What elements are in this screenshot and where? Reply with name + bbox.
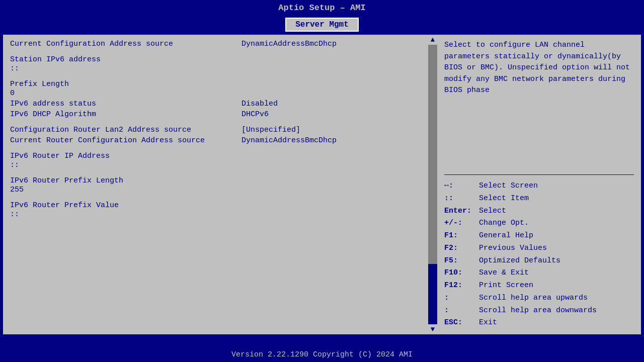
key-row: : Scroll help area downwards xyxy=(444,305,634,317)
list-item: IPv6 DHCP Algorithm DHCPv6 xyxy=(10,110,421,119)
right-panel: Select to configure LAN channel paramete… xyxy=(437,35,641,334)
key-action: Save & Exit xyxy=(479,268,529,277)
list-item: IPv6 Router Prefix Value :: xyxy=(10,201,421,219)
key-action: Previous Values xyxy=(479,244,547,252)
key-row: ↕: Select Item xyxy=(444,193,634,205)
key-row: ESC: Exit xyxy=(444,317,634,329)
scroll-track xyxy=(428,45,437,324)
scroll-thumb[interactable] xyxy=(428,264,437,324)
key-action: Print Screen xyxy=(479,281,533,290)
scrollbar[interactable]: ▲ ▼ xyxy=(428,35,437,334)
list-item: IPv6 Router Prefix Length 255 xyxy=(10,176,421,194)
key-label: ↕: xyxy=(444,193,474,205)
key-row: F1: General Help xyxy=(444,230,634,242)
key-row: F5: Optimized Defaults xyxy=(444,255,634,267)
key-label: F10: xyxy=(444,267,474,280)
nav-bar: Server Mgmt xyxy=(0,16,644,34)
key-row: F12: Print Screen xyxy=(444,280,634,292)
key-action: Exit xyxy=(479,318,497,327)
help-text: Select to configure LAN channel paramete… xyxy=(444,40,634,169)
title-bar: Aptio Setup – AMI xyxy=(0,0,644,16)
key-label: : xyxy=(444,305,474,317)
list-item: Current Router Configuration Address sou… xyxy=(10,136,421,145)
key-row: F10: Save & Exit xyxy=(444,267,634,280)
list-item: Prefix Length 0 xyxy=(10,80,421,98)
key-row: +/-: Change Opt. xyxy=(444,217,634,230)
footer: Version 2.22.1290 Copyright (C) 2024 AMI xyxy=(0,347,644,362)
key-action: Scroll help area upwards xyxy=(479,294,588,302)
key-label: Enter: xyxy=(444,205,474,218)
list-item: Current Configuration Address source Dyn… xyxy=(10,40,421,48)
key-action: Select xyxy=(479,207,506,215)
list-item: IPv6 address status Disabled xyxy=(10,100,421,108)
list-item: IPv6 Router IP Address :: xyxy=(10,152,421,169)
key-action: Select Item xyxy=(479,194,529,203)
key-row: : Scroll help area upwards xyxy=(444,292,634,305)
key-action: Change Opt. xyxy=(479,219,529,227)
key-label: ↔: xyxy=(444,180,474,193)
key-label: : xyxy=(444,292,474,305)
left-panel: Current Configuration Address source Dyn… xyxy=(3,35,428,334)
key-action: Optimized Defaults xyxy=(479,256,560,265)
key-row: Enter: Select xyxy=(444,205,634,218)
key-label: F5: xyxy=(444,255,474,267)
footer-text: Version 2.22.1290 Copyright (C) 2024 AMI xyxy=(231,350,413,359)
key-label: +/-: xyxy=(444,217,474,230)
key-label: F1: xyxy=(444,230,474,242)
key-action: Select Screen xyxy=(479,182,538,190)
main-content: Current Configuration Address source Dyn… xyxy=(2,34,642,335)
key-label: ESC: xyxy=(444,317,474,329)
key-action: General Help xyxy=(479,231,533,240)
key-row: F2: Previous Values xyxy=(444,242,634,255)
key-row: ↔: Select Screen xyxy=(444,180,634,193)
scroll-up-arrow[interactable]: ▲ xyxy=(428,35,437,45)
divider xyxy=(444,174,634,175)
server-mgmt-tab[interactable]: Server Mgmt xyxy=(285,18,359,32)
app-title: Aptio Setup – AMI xyxy=(278,3,365,13)
key-action: Scroll help area downwards xyxy=(479,306,597,315)
list-item: Configuration Router Lan2 Address source… xyxy=(10,126,421,134)
list-item: Station IPv6 address :: xyxy=(10,55,421,73)
key-label: F12: xyxy=(444,280,474,292)
keys-section: ↔: Select Screen↕: Select ItemEnter: Sel… xyxy=(444,180,634,329)
key-label: F2: xyxy=(444,242,474,255)
scroll-down-arrow[interactable]: ▼ xyxy=(428,324,437,334)
